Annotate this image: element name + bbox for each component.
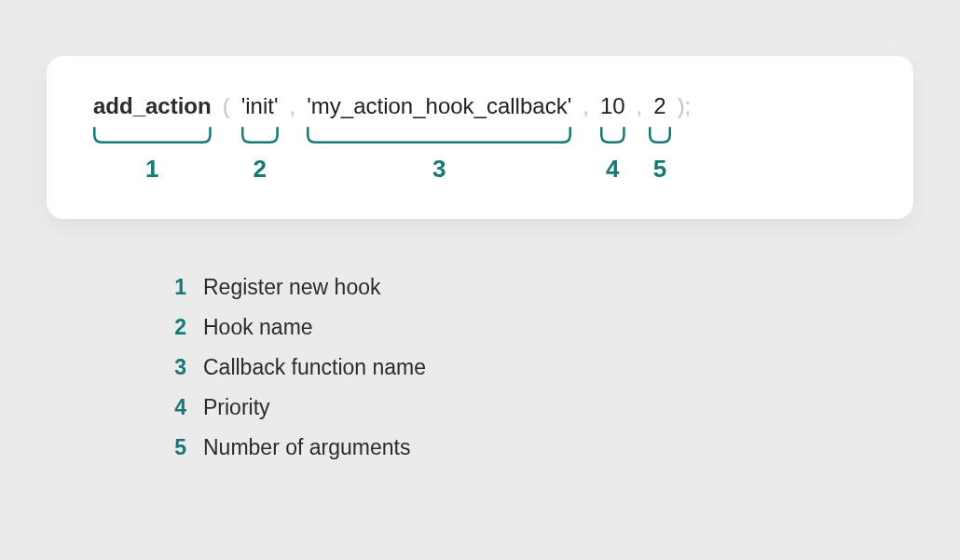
legend-text: Hook name bbox=[203, 315, 313, 340]
annotation-num-5: 5 bbox=[653, 155, 666, 184]
legend-num: 2 bbox=[168, 315, 186, 340]
code-sample-card: add_action ( 'init' , 'my_action_hook_ca… bbox=[47, 56, 913, 219]
token-comma1: , bbox=[279, 93, 308, 119]
bracket-row bbox=[93, 127, 867, 151]
legend-text: Number of arguments bbox=[203, 435, 410, 460]
bracket-3 bbox=[307, 127, 571, 143]
legend-num: 4 bbox=[168, 395, 186, 420]
legend-text: Register new hook bbox=[203, 275, 381, 300]
token-function: add_action bbox=[93, 93, 212, 119]
legend-item: 3 Callback function name bbox=[168, 355, 426, 380]
token-comma2: , bbox=[571, 93, 600, 119]
annotation-number-row: 1 2 3 4 5 bbox=[93, 155, 867, 184]
token-arg2: 'my_action_hook_callback' bbox=[307, 93, 571, 119]
legend-item: 4 Priority bbox=[168, 395, 426, 420]
legend-item: 1 Register new hook bbox=[168, 275, 426, 300]
legend-num: 5 bbox=[168, 435, 186, 460]
bracket-1 bbox=[93, 127, 212, 143]
legend-item: 5 Number of arguments bbox=[168, 435, 426, 460]
bracket-5 bbox=[649, 127, 671, 143]
token-close: ); bbox=[666, 93, 692, 119]
annotation-num-1: 1 bbox=[145, 155, 158, 184]
token-arg3: 10 bbox=[600, 93, 625, 119]
annotation-num-2: 2 bbox=[253, 155, 266, 184]
legend-num: 3 bbox=[168, 355, 186, 380]
legend-list: 1 Register new hook 2 Hook name 3 Callba… bbox=[168, 275, 426, 475]
legend-num: 1 bbox=[168, 275, 186, 300]
annotation-num-3: 3 bbox=[432, 155, 446, 184]
token-comma3: , bbox=[625, 93, 654, 119]
legend-text: Callback function name bbox=[203, 355, 426, 380]
bracket-4 bbox=[600, 127, 625, 143]
bracket-2 bbox=[241, 127, 279, 143]
annotation-num-4: 4 bbox=[606, 155, 619, 184]
legend-text: Priority bbox=[203, 395, 270, 420]
code-line: add_action ( 'init' , 'my_action_hook_ca… bbox=[93, 93, 867, 119]
token-arg4: 2 bbox=[653, 93, 665, 119]
legend-item: 2 Hook name bbox=[168, 315, 426, 340]
token-arg1: 'init' bbox=[241, 93, 279, 119]
token-open-paren: ( bbox=[212, 93, 241, 119]
